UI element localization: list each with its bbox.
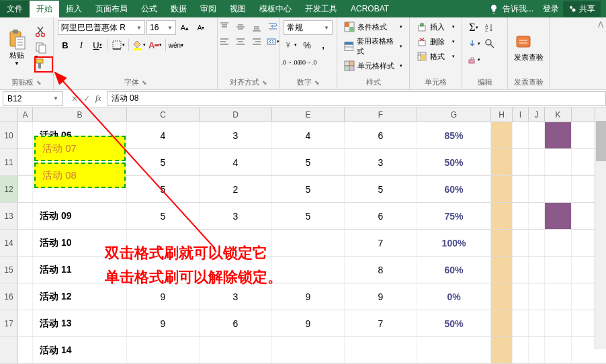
fill-color-button[interactable]: ▾ [132,38,146,52]
dialog-launcher-icon[interactable]: ⬊ [36,79,42,86]
cell[interactable] [18,149,33,175]
conditional-format-button[interactable]: 条件格式▾ [341,20,405,34]
tab-home[interactable]: 开始 [30,1,59,17]
accept-formula-icon[interactable]: ✓ [83,94,90,103]
dialog-launcher-icon[interactable]: ⬊ [142,79,147,86]
cell[interactable] [513,176,529,202]
tab-template[interactable]: 模板中心 [253,1,298,17]
cell[interactable] [545,230,572,256]
cell[interactable] [491,230,513,256]
cell[interactable]: 6 [200,310,272,336]
row-header[interactable]: 13 [0,203,18,229]
name-box[interactable]: B12▼ [3,91,63,106]
tab-view[interactable]: 视图 [223,1,253,17]
cell[interactable] [545,122,572,148]
wrap-text-icon[interactable] [265,20,280,34]
cell[interactable] [529,257,545,283]
col-header-B[interactable]: B [33,107,127,122]
cell[interactable] [513,257,529,283]
cell[interactable]: 50% [417,310,491,336]
cell[interactable]: 5 [345,176,417,202]
cell-style-button[interactable]: 单元格样式▾ [341,59,405,73]
col-header-G[interactable]: G [417,107,491,122]
highlighted-cell-b12[interactable]: 活动 08 [34,163,126,188]
row-header[interactable]: 14 [0,230,18,256]
decrease-decimal-icon[interactable]: .00→.0 [300,55,314,70]
cell[interactable]: 8 [345,257,417,283]
underline-button[interactable]: U▾ [90,38,105,52]
cell[interactable]: 9 [272,310,345,336]
cell[interactable] [545,337,572,363]
col-header-I[interactable]: I [513,107,529,122]
cell[interactable]: 活动 14 [33,337,127,363]
cell[interactable] [18,122,33,148]
cell[interactable]: 3 [345,149,417,175]
vertical-scrollbar[interactable] [595,107,606,349]
accounting-format-icon[interactable]: ¥▾ [284,38,298,52]
col-header-D[interactable]: D [200,107,272,122]
delete-cells-button[interactable]: 删除▾ [414,35,458,48]
align-left-icon[interactable] [217,35,232,48]
number-format-dropdown[interactable]: 常规▼ [284,20,333,35]
col-header-H[interactable]: H [491,107,513,122]
cell[interactable] [529,149,545,175]
tell-me[interactable]: 告诉我... [503,3,533,15]
login-btn[interactable]: 登录 [543,3,559,15]
cell[interactable]: 7 [345,230,417,256]
cell[interactable]: 3 [200,203,272,229]
cell[interactable] [272,230,345,256]
font-size-dropdown[interactable]: 16▼ [146,20,176,35]
cell[interactable]: 85% [417,122,491,148]
insert-function-icon[interactable]: fx [95,93,101,103]
cell[interactable] [513,203,529,229]
cell[interactable]: 4 [127,122,200,148]
cell[interactable] [18,203,33,229]
cell[interactable] [18,176,33,202]
increase-decimal-icon[interactable]: .0→.00 [284,55,298,70]
formula-input[interactable]: 活动 08 [107,91,606,106]
cut-icon[interactable] [35,26,47,38]
format-cells-button[interactable]: 格式▾ [414,50,458,63]
decrease-font-icon[interactable]: A▾ [193,20,208,35]
align-right-icon[interactable] [249,35,264,48]
bulb-icon[interactable] [489,4,499,13]
cell[interactable]: 7 [345,310,417,336]
paste-button[interactable]: 粘贴 ▼ [4,29,30,66]
cell[interactable]: 9 [127,310,200,336]
cell[interactable] [491,283,513,310]
invoice-check-button[interactable]: 发票查验 [514,34,544,62]
cell[interactable]: 3 [200,122,272,148]
select-all-corner[interactable] [0,107,18,122]
cell[interactable] [513,122,529,148]
cell[interactable] [200,337,272,363]
cell[interactable] [491,149,513,175]
cell[interactable]: 5 [127,149,200,175]
col-header-F[interactable]: F [345,107,417,122]
cell[interactable] [491,203,513,229]
tab-insert[interactable]: 插入 [59,1,89,17]
cell[interactable]: 2 [200,176,272,202]
cell[interactable]: 5 [272,176,345,202]
cell[interactable] [529,176,545,202]
row-header[interactable]: 10 [0,122,18,148]
cell[interactable] [513,149,529,175]
row-header[interactable]: 17 [0,310,18,336]
tab-acrobat[interactable]: ACROBAT [344,1,396,16]
cell[interactable]: 9 [272,283,345,310]
merge-cells-icon[interactable]: ▾ [265,35,280,48]
cell[interactable] [545,149,572,175]
cell[interactable]: 5 [127,203,200,229]
tab-formulas[interactable]: 公式 [134,1,164,17]
sort-filter-icon[interactable]: AZ [482,20,497,35]
cell[interactable] [529,283,545,310]
cell[interactable] [529,310,545,336]
highlighted-cell-b11[interactable]: 活动 07 [34,136,126,161]
cell[interactable] [491,257,513,283]
row-header[interactable]: 11 [0,149,18,175]
cell[interactable] [18,337,33,363]
bold-button[interactable]: B [58,38,73,52]
cell[interactable] [18,310,33,336]
cell[interactable] [345,337,417,363]
cell[interactable]: 9 [345,283,417,310]
cell[interactable] [545,310,572,336]
